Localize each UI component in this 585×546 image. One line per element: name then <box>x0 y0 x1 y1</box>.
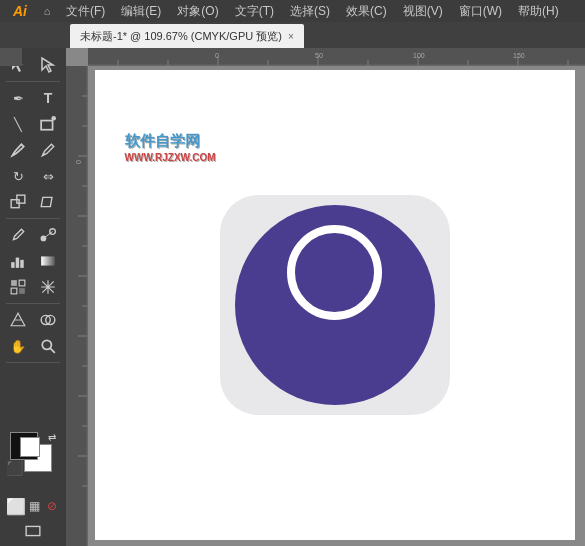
tool-row-2: ✒ T <box>0 85 66 111</box>
artboard-container: 软件自学网 WWW.RJZXW.COM <box>94 74 575 536</box>
watermark: 软件自学网 WWW.RJZXW.COM <box>125 130 216 165</box>
swap-colors-icon[interactable]: ⇄ <box>48 432 56 443</box>
tool-separator-3 <box>6 303 60 304</box>
scale-tool[interactable] <box>3 189 33 215</box>
column-graph-tool[interactable] <box>3 248 33 274</box>
rectangle-tool[interactable] <box>33 111 63 137</box>
main-area: ✒ T ╲ ↻ ⇔ <box>0 48 585 546</box>
default-colors-icon[interactable]: ⬛ <box>6 460 23 476</box>
none-swatch-icon[interactable]: ⊘ <box>43 496 60 516</box>
tool-row-9 <box>0 274 66 300</box>
svg-text:0: 0 <box>215 52 219 59</box>
svg-point-3 <box>51 116 56 121</box>
foreground-fill-inner <box>20 437 40 457</box>
tab-close-button[interactable]: × <box>288 31 294 42</box>
tool-row-5: ↻ ⇔ <box>0 163 66 189</box>
blend-tool[interactable] <box>33 222 63 248</box>
toolbar-bottom: ⬜ ▦ ⊘ <box>6 496 60 516</box>
ruler-vertical: 0 <box>66 66 88 546</box>
menu-object[interactable]: 对象(O) <box>169 0 226 22</box>
gradient-swatch-icon[interactable]: ▦ <box>26 496 43 516</box>
reflect-tool[interactable]: ⇔ <box>33 163 63 189</box>
menu-effect[interactable]: 效果(C) <box>338 0 395 22</box>
svg-rect-14 <box>41 256 55 265</box>
zoom-tool[interactable] <box>33 333 63 359</box>
svg-rect-18 <box>19 288 25 294</box>
menu-bar: Ai ⌂ 文件(F) 编辑(E) 对象(O) 文字(T) 选择(S) 效果(C)… <box>0 0 585 22</box>
tool-row-4 <box>0 137 66 163</box>
tool-row-8 <box>0 248 66 274</box>
svg-rect-2 <box>41 121 52 130</box>
home-icon[interactable]: ⌂ <box>36 0 58 22</box>
tool-row-3: ╲ <box>0 111 66 137</box>
white-ring <box>287 225 382 320</box>
tab-title: 未标题-1* @ 109.67% (CMYK/GPU 预览) <box>80 29 282 44</box>
svg-rect-7 <box>41 197 52 206</box>
menu-text[interactable]: 文字(T) <box>227 0 282 22</box>
svg-line-23 <box>50 348 55 353</box>
svg-point-22 <box>42 340 51 349</box>
tool-row-7 <box>0 222 66 248</box>
menu-help[interactable]: 帮助(H) <box>510 0 567 22</box>
svg-rect-16 <box>19 280 25 286</box>
svg-text:100: 100 <box>413 52 425 59</box>
shape-builder-tool[interactable] <box>33 307 63 333</box>
pencil-tool[interactable] <box>33 137 63 163</box>
app-logo: Ai <box>4 0 36 22</box>
direct-select-tool[interactable] <box>33 52 63 78</box>
svg-line-10 <box>43 232 52 239</box>
menu-view[interactable]: 视图(V) <box>395 0 451 22</box>
svg-text:150: 150 <box>513 52 525 59</box>
fill-icon[interactable]: ⬜ <box>6 496 26 516</box>
pen-tool[interactable]: ✒ <box>3 85 33 111</box>
purple-circle <box>235 205 435 405</box>
svg-marker-1 <box>42 58 53 72</box>
hand-tool[interactable]: ✋ <box>3 333 33 359</box>
menu-items: 文件(F) 编辑(E) 对象(O) 文字(T) 选择(S) 效果(C) 视图(V… <box>58 0 581 22</box>
ruler-horizontal: 0 50 100 150 <box>88 48 585 66</box>
svg-rect-13 <box>20 260 23 268</box>
svg-rect-24 <box>26 526 40 535</box>
artwork <box>220 195 450 415</box>
canvas-area: 0 50 100 150 0 <box>66 48 585 546</box>
toolbar: ✒ T ╲ ↻ ⇔ <box>0 48 66 546</box>
mesh-tool[interactable] <box>33 274 63 300</box>
rotate-tool[interactable]: ↻ <box>3 163 33 189</box>
gradient-tool[interactable] <box>33 248 63 274</box>
eyedropper-tool[interactable] <box>3 222 33 248</box>
tool-separator-1 <box>6 81 60 82</box>
menu-edit[interactable]: 编辑(E) <box>113 0 169 22</box>
menu-window[interactable]: 窗口(W) <box>451 0 510 22</box>
paintbrush-tool[interactable] <box>3 137 33 163</box>
svg-rect-15 <box>11 280 17 286</box>
tool-row-10 <box>0 307 66 333</box>
tool-row-11: ✋ <box>0 333 66 359</box>
color-area: ⬛ ⇄ <box>6 432 60 492</box>
perspective-grid-tool[interactable] <box>3 307 33 333</box>
tool-row-6 <box>0 189 66 215</box>
svg-text:50: 50 <box>315 52 323 59</box>
tool-separator-4 <box>6 362 60 363</box>
menu-file[interactable]: 文件(F) <box>58 0 113 22</box>
change-screen-mode-button[interactable] <box>18 520 48 542</box>
tab-bar: 未标题-1* @ 109.67% (CMYK/GPU 预览) × <box>0 22 585 48</box>
svg-rect-11 <box>11 262 14 268</box>
screen-mode-area <box>18 520 48 542</box>
watermark-line2: WWW.RJZXW.COM <box>125 151 216 165</box>
svg-rect-17 <box>11 288 17 294</box>
ruler-corner <box>0 48 22 66</box>
foreground-color-box[interactable] <box>10 432 38 460</box>
artboard: 软件自学网 WWW.RJZXW.COM <box>95 70 575 540</box>
watermark-line1: 软件自学网 <box>125 130 216 151</box>
document-tab[interactable]: 未标题-1* @ 109.67% (CMYK/GPU 预览) × <box>70 24 304 48</box>
rounded-background <box>220 195 450 415</box>
menu-select[interactable]: 选择(S) <box>282 0 338 22</box>
line-tool[interactable]: ╲ <box>3 111 33 137</box>
svg-text:0: 0 <box>75 160 82 164</box>
type-tool[interactable]: T <box>33 85 63 111</box>
shear-tool[interactable] <box>33 189 63 215</box>
svg-rect-12 <box>16 258 19 268</box>
live-paint-tool[interactable] <box>3 274 33 300</box>
tool-separator-2 <box>6 218 60 219</box>
